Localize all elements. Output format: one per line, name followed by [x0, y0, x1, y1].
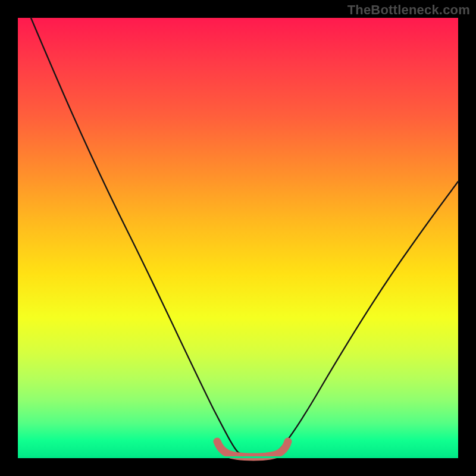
- baseline-strip: [18, 456, 458, 458]
- baseline-marker: [217, 441, 288, 457]
- bottleneck-curve: [31, 18, 458, 456]
- curve-layer: [18, 18, 458, 458]
- watermark-text: TheBottleneck.com: [347, 2, 470, 18]
- plot-area: [18, 18, 458, 458]
- chart-frame: TheBottleneck.com: [0, 0, 476, 476]
